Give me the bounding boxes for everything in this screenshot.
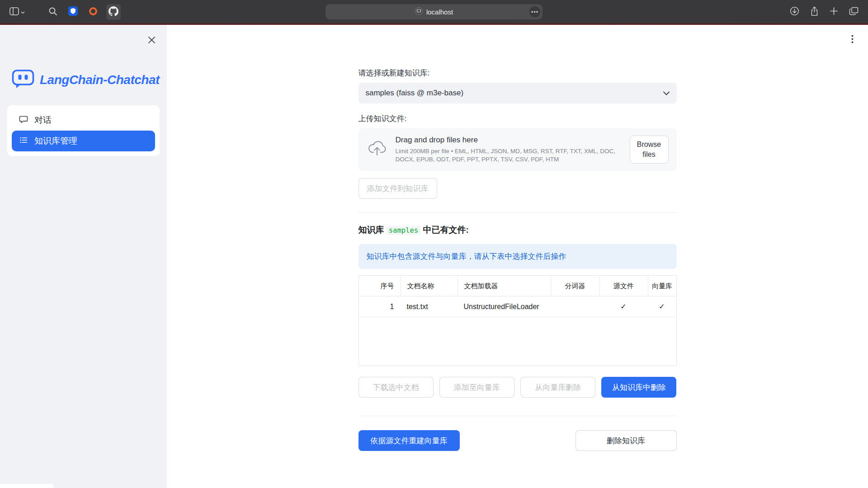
downloads-button[interactable] xyxy=(788,4,802,19)
share-button[interactable] xyxy=(808,4,821,20)
upload-label: 上传知识文件: xyxy=(359,113,677,124)
divider xyxy=(359,212,677,213)
dropzone-limit: Limit 200MB per file • EML, HTML, JSON, … xyxy=(396,147,622,164)
col-header-source: 源文件 xyxy=(599,276,648,296)
new-tab-button[interactable] xyxy=(827,5,840,19)
divider xyxy=(359,416,677,416)
add-to-vector-button[interactable]: 添加至向量库 xyxy=(439,377,514,398)
sidebar-close-button[interactable] xyxy=(146,34,158,47)
page-options-button[interactable]: ••• xyxy=(529,6,540,17)
delete-from-kb-button[interactable]: 从知识库中删除 xyxy=(601,377,676,398)
kb-select[interactable]: samples (faiss @ m3e-base) xyxy=(359,83,677,103)
files-heading: 知识库 samples 中已有文件: xyxy=(359,224,677,236)
file-dropzone[interactable]: Drag and drop files here Limit 200MB per… xyxy=(359,128,677,171)
sidebar-item-knowledge-base[interactable]: 知识库管理 xyxy=(12,131,155,151)
github-icon xyxy=(108,6,118,18)
kb-name-code: samples xyxy=(387,226,420,235)
sidebar-toggle-button[interactable] xyxy=(7,5,27,19)
address-text: localhost xyxy=(426,8,453,16)
browser-status-bubble xyxy=(0,484,54,488)
app-menu-button[interactable] xyxy=(849,32,856,47)
cell-index: 1 xyxy=(359,303,401,311)
browser-toolbar: localhost ••• xyxy=(0,0,868,23)
extension-password-manager-button[interactable] xyxy=(66,4,80,19)
files-table: 序号 文档名称 文档加载器 分词器 源文件 向量库 1 test.txt Uns… xyxy=(359,275,677,366)
files-heading-suffix: 中已有文件: xyxy=(420,225,469,235)
orange-ring-extension-icon xyxy=(89,7,98,17)
sidebar-item-label: 知识库管理 xyxy=(34,135,77,147)
download-selected-button[interactable]: 下载选中文档 xyxy=(359,377,434,398)
tabs-icon xyxy=(849,7,859,17)
site-favicon xyxy=(415,7,423,17)
remove-from-vector-button[interactable]: 从向量库删除 xyxy=(520,377,595,398)
plus-icon xyxy=(830,7,838,17)
files-heading-prefix: 知识库 xyxy=(359,225,387,235)
kb-actions: 依据源文件重建向量库 删除知识库 xyxy=(359,430,677,451)
address-bar[interactable]: localhost ••• xyxy=(326,4,542,19)
cell-loader: UnstructuredFileLoader xyxy=(458,303,551,311)
col-header-vector: 向量库 xyxy=(648,276,676,296)
cell-name: test.txt xyxy=(401,303,458,311)
table-row[interactable]: 1 test.txt UnstructuredFileLoader ✓ ✓ xyxy=(359,296,676,317)
extension-ring-button[interactable] xyxy=(86,5,100,19)
kebab-icon xyxy=(851,38,854,45)
chevron-down-icon xyxy=(663,89,670,97)
search-button[interactable] xyxy=(46,5,60,19)
add-files-button[interactable]: 添加文件到知识库 xyxy=(359,178,437,199)
cloud-upload-icon xyxy=(367,141,387,159)
rebuild-vector-store-button[interactable]: 依据源文件重建向量库 xyxy=(359,430,460,451)
download-icon xyxy=(790,6,799,17)
dropzone-title: Drag and drop files here xyxy=(396,136,622,145)
chat-bubble-icon xyxy=(19,115,28,126)
share-icon xyxy=(810,6,819,18)
logo-bubble-icon xyxy=(12,69,34,91)
close-icon xyxy=(148,38,155,45)
delete-kb-button[interactable]: 删除知识库 xyxy=(576,430,677,451)
kb-select-value: samples (faiss @ m3e-base) xyxy=(366,89,464,98)
main-panel: 请选择或新建知识库: samples (faiss @ m3e-base) 上传… xyxy=(167,25,868,488)
info-banner: 知识库中包含源文件与向量库，请从下表中选择文件后操作 xyxy=(359,244,677,269)
sidebar: LangChain-Chatchat 对话 知识库管理 xyxy=(0,25,167,488)
list-icon xyxy=(19,136,28,147)
app-logo: LangChain-Chatchat xyxy=(0,25,167,91)
col-header-loader: 文档加载器 xyxy=(458,276,551,296)
sidebar-item-chat[interactable]: 对话 xyxy=(12,110,155,131)
sidebar-toggle-icon xyxy=(9,7,19,17)
logo-text: LangChain-Chatchat xyxy=(40,73,160,87)
chevron-down-icon xyxy=(21,9,25,15)
extension-github-button[interactable] xyxy=(106,4,121,20)
sidebar-item-label: 对话 xyxy=(34,114,52,126)
kb-select-label: 请选择或新建知识库: xyxy=(359,68,677,78)
sidebar-menu: 对话 知识库管理 xyxy=(7,105,160,156)
browse-files-button[interactable]: Browse files xyxy=(630,136,669,163)
cell-vector-check: ✓ xyxy=(648,302,676,311)
search-icon xyxy=(48,7,57,17)
table-actions: 下载选中文档 添加至向量库 从向量库删除 从知识库中删除 xyxy=(359,377,677,398)
cell-source-check: ✓ xyxy=(599,302,648,311)
shield-extension-icon xyxy=(68,6,78,17)
col-header-name: 文档名称 xyxy=(401,276,458,296)
col-header-index: 序号 xyxy=(359,282,401,291)
tab-overview-button[interactable] xyxy=(847,5,861,19)
table-empty-area xyxy=(359,317,676,366)
col-header-splitter: 分词器 xyxy=(551,276,599,296)
files-table-header: 序号 文档名称 文档加载器 分词器 源文件 向量库 xyxy=(359,276,676,296)
